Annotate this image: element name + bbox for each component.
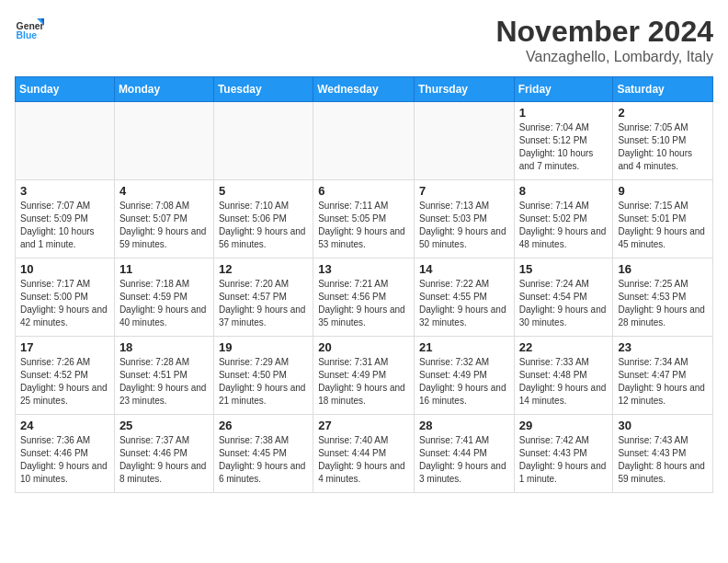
weekday-header: Sunday (16, 77, 115, 102)
day-info: Sunrise: 7:11 AM Sunset: 5:05 PM Dayligh… (318, 200, 409, 251)
day-number: 18 (119, 340, 209, 354)
calendar-cell: 22Sunrise: 7:33 AM Sunset: 4:48 PM Dayli… (514, 337, 613, 415)
weekday-header: Wednesday (313, 77, 415, 102)
day-info: Sunrise: 7:32 AM Sunset: 4:49 PM Dayligh… (419, 356, 509, 408)
calendar-cell (213, 102, 313, 180)
day-number: 27 (318, 419, 409, 432)
calendar-cell: 12Sunrise: 7:20 AM Sunset: 4:57 PM Dayli… (213, 259, 313, 337)
weekday-header: Monday (114, 77, 213, 102)
title-section: November 2024 Vanzaghello, Lombardy, Ita… (495, 15, 713, 65)
day-number: 29 (519, 419, 609, 432)
calendar-cell: 1Sunrise: 7:04 AM Sunset: 5:12 PM Daylig… (514, 102, 613, 180)
day-info: Sunrise: 7:10 AM Sunset: 5:06 PM Dayligh… (219, 200, 308, 251)
calendar-cell: 16Sunrise: 7:25 AM Sunset: 4:53 PM Dayli… (613, 259, 713, 337)
calendar-cell: 13Sunrise: 7:21 AM Sunset: 4:56 PM Dayli… (313, 259, 415, 337)
calendar-cell (16, 102, 115, 180)
calendar-cell: 30Sunrise: 7:43 AM Sunset: 4:43 PM Dayli… (613, 415, 713, 493)
calendar-cell: 11Sunrise: 7:18 AM Sunset: 4:59 PM Dayli… (114, 259, 213, 337)
calendar-cell: 5Sunrise: 7:10 AM Sunset: 5:06 PM Daylig… (213, 180, 313, 259)
calendar-cell: 10Sunrise: 7:17 AM Sunset: 5:00 PM Dayli… (16, 259, 115, 337)
day-number: 14 (419, 262, 509, 276)
calendar-cell (414, 102, 514, 180)
day-info: Sunrise: 7:34 AM Sunset: 4:47 PM Dayligh… (618, 356, 708, 408)
day-number: 24 (20, 419, 109, 432)
day-info: Sunrise: 7:37 AM Sunset: 4:46 PM Dayligh… (119, 434, 209, 486)
calendar-cell: 23Sunrise: 7:34 AM Sunset: 4:47 PM Dayli… (613, 337, 713, 415)
calendar-cell: 15Sunrise: 7:24 AM Sunset: 4:54 PM Dayli… (514, 259, 613, 337)
day-number: 16 (618, 262, 708, 276)
calendar-cell: 24Sunrise: 7:36 AM Sunset: 4:46 PM Dayli… (16, 415, 115, 493)
day-number: 5 (219, 184, 308, 198)
day-number: 28 (419, 419, 509, 432)
calendar-cell: 6Sunrise: 7:11 AM Sunset: 5:05 PM Daylig… (313, 180, 415, 259)
day-info: Sunrise: 7:08 AM Sunset: 5:07 PM Dayligh… (119, 200, 209, 251)
logo-icon: General Blue (15, 15, 44, 44)
calendar-cell (114, 102, 213, 180)
calendar-week-row: 17Sunrise: 7:26 AM Sunset: 4:52 PM Dayli… (16, 337, 713, 415)
calendar-cell: 17Sunrise: 7:26 AM Sunset: 4:52 PM Dayli… (16, 337, 115, 415)
day-info: Sunrise: 7:24 AM Sunset: 4:54 PM Dayligh… (519, 278, 609, 329)
day-info: Sunrise: 7:41 AM Sunset: 4:44 PM Dayligh… (419, 434, 509, 486)
weekday-header: Friday (514, 77, 613, 102)
calendar-week-row: 3Sunrise: 7:07 AM Sunset: 5:09 PM Daylig… (16, 180, 713, 259)
calendar-cell: 2Sunrise: 7:05 AM Sunset: 5:10 PM Daylig… (613, 102, 713, 180)
day-number: 15 (519, 262, 609, 276)
calendar-week-row: 10Sunrise: 7:17 AM Sunset: 5:00 PM Dayli… (16, 259, 713, 337)
logo: General Blue (15, 15, 44, 44)
day-info: Sunrise: 7:38 AM Sunset: 4:45 PM Dayligh… (219, 434, 308, 486)
day-info: Sunrise: 7:31 AM Sunset: 4:49 PM Dayligh… (318, 356, 409, 408)
day-info: Sunrise: 7:42 AM Sunset: 4:43 PM Dayligh… (519, 434, 609, 486)
day-number: 6 (318, 184, 409, 198)
day-number: 13 (318, 262, 409, 276)
day-info: Sunrise: 7:36 AM Sunset: 4:46 PM Dayligh… (20, 434, 109, 486)
day-number: 4 (119, 184, 209, 198)
day-info: Sunrise: 7:17 AM Sunset: 5:00 PM Dayligh… (20, 278, 109, 329)
calendar-cell: 26Sunrise: 7:38 AM Sunset: 4:45 PM Dayli… (213, 415, 313, 493)
calendar-cell: 8Sunrise: 7:14 AM Sunset: 5:02 PM Daylig… (514, 180, 613, 259)
day-number: 9 (618, 184, 708, 198)
svg-text:Blue: Blue (17, 30, 38, 40)
day-info: Sunrise: 7:22 AM Sunset: 4:55 PM Dayligh… (419, 278, 509, 329)
day-number: 22 (519, 340, 609, 354)
calendar-cell: 28Sunrise: 7:41 AM Sunset: 4:44 PM Dayli… (414, 415, 514, 493)
calendar-cell: 27Sunrise: 7:40 AM Sunset: 4:44 PM Dayli… (313, 415, 415, 493)
calendar-cell: 29Sunrise: 7:42 AM Sunset: 4:43 PM Dayli… (514, 415, 613, 493)
day-number: 11 (119, 262, 209, 276)
day-number: 30 (618, 419, 708, 432)
day-number: 26 (219, 419, 308, 432)
location: Vanzaghello, Lombardy, Italy (495, 49, 713, 65)
day-number: 10 (20, 262, 109, 276)
day-info: Sunrise: 7:33 AM Sunset: 4:48 PM Dayligh… (519, 356, 609, 408)
day-info: Sunrise: 7:26 AM Sunset: 4:52 PM Dayligh… (20, 356, 109, 408)
day-info: Sunrise: 7:28 AM Sunset: 4:51 PM Dayligh… (119, 356, 209, 408)
day-info: Sunrise: 7:29 AM Sunset: 4:50 PM Dayligh… (219, 356, 308, 408)
calendar-cell (313, 102, 415, 180)
day-info: Sunrise: 7:25 AM Sunset: 4:53 PM Dayligh… (618, 278, 708, 329)
weekday-header: Saturday (613, 77, 713, 102)
calendar-cell: 7Sunrise: 7:13 AM Sunset: 5:03 PM Daylig… (414, 180, 514, 259)
day-number: 1 (519, 106, 609, 120)
day-info: Sunrise: 7:21 AM Sunset: 4:56 PM Dayligh… (318, 278, 409, 329)
month-title: November 2024 (495, 15, 713, 49)
day-info: Sunrise: 7:40 AM Sunset: 4:44 PM Dayligh… (318, 434, 409, 486)
calendar-cell: 25Sunrise: 7:37 AM Sunset: 4:46 PM Dayli… (114, 415, 213, 493)
day-info: Sunrise: 7:07 AM Sunset: 5:09 PM Dayligh… (20, 200, 109, 251)
day-info: Sunrise: 7:20 AM Sunset: 4:57 PM Dayligh… (219, 278, 308, 329)
calendar-cell: 21Sunrise: 7:32 AM Sunset: 4:49 PM Dayli… (414, 337, 514, 415)
calendar-cell: 19Sunrise: 7:29 AM Sunset: 4:50 PM Dayli… (213, 337, 313, 415)
day-info: Sunrise: 7:14 AM Sunset: 5:02 PM Dayligh… (519, 200, 609, 251)
day-number: 7 (419, 184, 509, 198)
calendar-cell: 14Sunrise: 7:22 AM Sunset: 4:55 PM Dayli… (414, 259, 514, 337)
day-info: Sunrise: 7:43 AM Sunset: 4:43 PM Dayligh… (618, 434, 708, 486)
day-number: 8 (519, 184, 609, 198)
day-number: 12 (219, 262, 308, 276)
day-info: Sunrise: 7:04 AM Sunset: 5:12 PM Dayligh… (519, 121, 609, 173)
calendar-cell: 3Sunrise: 7:07 AM Sunset: 5:09 PM Daylig… (16, 180, 115, 259)
svg-text:General: General (17, 21, 44, 31)
day-number: 23 (618, 340, 708, 354)
calendar-header-row: SundayMondayTuesdayWednesdayThursdayFrid… (16, 77, 713, 102)
calendar-cell: 9Sunrise: 7:15 AM Sunset: 5:01 PM Daylig… (613, 180, 713, 259)
weekday-header: Tuesday (213, 77, 313, 102)
calendar-cell: 4Sunrise: 7:08 AM Sunset: 5:07 PM Daylig… (114, 180, 213, 259)
day-number: 25 (119, 419, 209, 432)
